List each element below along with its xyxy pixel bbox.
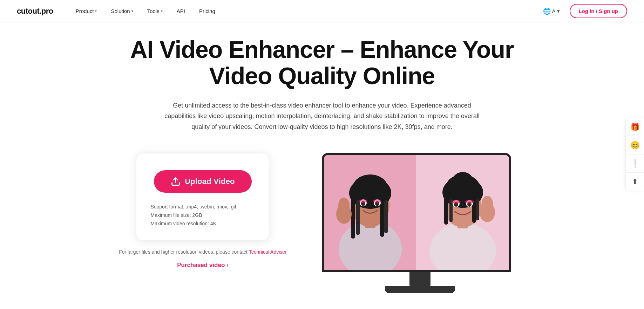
svg-rect-26 (444, 197, 448, 225)
nav-solution-label: Solution (111, 8, 130, 14)
upload-note: For larger files and higher resolution v… (119, 249, 287, 255)
hero-title: AI Video Enhancer – Enhance Your Video Q… (105, 36, 540, 89)
main-content: AI Video Enhancer – Enhance Your Video Q… (77, 22, 568, 293)
nav-item-api[interactable]: API (171, 5, 191, 17)
login-button[interactable]: Log in / Sign up (570, 4, 627, 18)
format-info: Support format: .mp4, .webm, .mov, .gif (150, 204, 255, 210)
technical-adviser-link[interactable]: Technical Adviser (249, 249, 287, 255)
upload-info: Support format: .mp4, .webm, .mov, .gif … (150, 204, 255, 226)
nav-product-label: Product (76, 8, 94, 14)
monitor-screen (322, 153, 511, 272)
person-right-svg (416, 155, 509, 270)
nav-links: Product ▾ Solution ▾ Tools ▾ API Pricing (70, 5, 539, 17)
monitor-neck (409, 272, 431, 286)
person-left-svg (324, 155, 416, 270)
svg-point-25 (453, 172, 473, 187)
content-row: Upload Video Support format: .mp4, .webm… (105, 153, 540, 293)
translate-icon: 🌐 (543, 7, 551, 15)
chevron-down-icon: ▾ (131, 9, 133, 13)
svg-point-15 (359, 199, 367, 203)
screen-divider (416, 155, 417, 270)
navbar: cutout.pro Product ▾ Solution ▾ Tools ▾ … (0, 0, 644, 22)
monitor-wrapper (322, 153, 518, 293)
chevron-down-icon: ▾ (557, 8, 560, 14)
upload-note-prefix: For larger files and higher resolution v… (119, 249, 249, 255)
gift-icon-button[interactable]: 🎁 (626, 118, 644, 136)
scroll-top-icon: ⬆ (632, 177, 638, 186)
svg-rect-27 (449, 199, 453, 222)
nav-item-tools[interactable]: Tools ▾ (142, 5, 168, 17)
svg-point-18 (338, 198, 350, 213)
alert-icon-button[interactable]: ❕ (626, 154, 644, 173)
nav-item-solution[interactable]: Solution ▾ (105, 5, 138, 17)
screen-left (324, 155, 416, 270)
upload-icon (171, 177, 181, 186)
upload-button-label: Upload Video (185, 177, 235, 186)
svg-rect-29 (476, 199, 479, 220)
gift-icon: 🎁 (630, 123, 640, 132)
translate-label: A (552, 8, 556, 14)
nav-tools-label: Tools (147, 8, 160, 14)
svg-point-16 (373, 199, 381, 203)
alert-icon: ❕ (630, 159, 640, 168)
chevron-down-icon: ▾ (95, 9, 97, 13)
nav-right: 🌐 A ▾ Log in / Sign up (539, 4, 628, 18)
translate-button[interactable]: 🌐 A ▾ (539, 5, 564, 18)
monitor-section (315, 153, 525, 293)
logo[interactable]: cutout.pro (17, 7, 53, 16)
upload-button[interactable]: Upload Video (154, 170, 252, 193)
svg-rect-10 (384, 200, 388, 233)
nav-item-product[interactable]: Product ▾ (70, 5, 103, 17)
svg-point-35 (465, 200, 474, 204)
chevron-down-icon: ▾ (161, 9, 163, 13)
monitor-base (385, 286, 455, 293)
size-info: Maximum file size: 2GB (150, 212, 255, 218)
nav-pricing-label: Pricing (199, 8, 215, 14)
resolution-info: Maximum video resolution: 4K (150, 221, 255, 226)
purchased-video-link[interactable]: Purchased video › (177, 262, 228, 269)
upload-section: Upload Video Support format: .mp4, .webm… (119, 153, 287, 269)
svg-rect-28 (472, 197, 476, 223)
face-icon-button[interactable]: 😊 (626, 136, 644, 154)
screen-right (416, 155, 509, 270)
svg-point-37 (482, 196, 493, 211)
nav-api-label: API (177, 8, 185, 14)
svg-rect-7 (351, 197, 355, 239)
scroll-top-button[interactable]: ⬆ (626, 173, 644, 191)
hero-description: Get unlimited access to the best-in-clas… (164, 100, 480, 132)
svg-point-34 (452, 200, 461, 204)
svg-rect-8 (356, 200, 360, 235)
nav-item-pricing[interactable]: Pricing (194, 5, 221, 17)
upload-card: Upload Video Support format: .mp4, .webm… (136, 153, 269, 241)
face-icon: 😊 (630, 141, 640, 150)
right-sidebar: 🎁 😊 ❕ ⬆ (625, 118, 644, 191)
